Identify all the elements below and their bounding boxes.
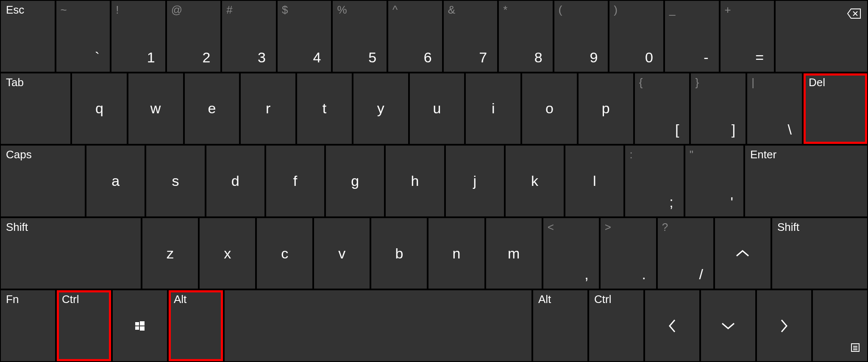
key-shift-right[interactable]: Shift xyxy=(772,218,867,289)
key-1[interactable]: ! 1 xyxy=(111,1,165,72)
key-p[interactable]: p xyxy=(579,73,633,144)
key-g[interactable]: g xyxy=(326,146,384,216)
menu-icon xyxy=(851,339,860,355)
key-tilde-shift: ~ xyxy=(61,3,67,17)
key-v[interactable]: v xyxy=(314,218,370,289)
key-e[interactable]: e xyxy=(185,73,239,144)
key-arrow-up[interactable] xyxy=(715,218,771,289)
key-3[interactable]: # 3 xyxy=(222,1,276,72)
key-ctrl-left[interactable]: Ctrl xyxy=(57,290,111,361)
on-screen-keyboard: Esc ~ ` ! 1 @ 2 # 3 $ 4 % 5 ^ 6 xyxy=(0,0,868,362)
key-s[interactable]: s xyxy=(146,146,204,216)
chevron-up-icon xyxy=(715,218,771,289)
svg-rect-3 xyxy=(140,321,145,326)
key-alt-left[interactable]: Alt xyxy=(169,290,223,361)
key-a[interactable]: a xyxy=(86,146,145,216)
key-ctrl-right[interactable]: Ctrl xyxy=(589,290,643,361)
key-n[interactable]: n xyxy=(428,218,484,289)
keyboard-row-2: Tab q w e r t y u i o p { [ } ] | \ Del xyxy=(0,73,868,145)
key-9[interactable]: ( 9 xyxy=(554,1,608,72)
key-b[interactable]: b xyxy=(371,218,427,289)
key-4[interactable]: $ 4 xyxy=(278,1,331,72)
key-caps[interactable]: Caps xyxy=(1,146,85,216)
key-2[interactable]: @ 2 xyxy=(167,1,221,72)
backspace-icon xyxy=(847,6,861,22)
key-arrow-down[interactable] xyxy=(701,290,755,361)
key-backtick[interactable]: ~ ` xyxy=(56,1,110,72)
key-5[interactable]: % 5 xyxy=(333,1,387,72)
key-d[interactable]: d xyxy=(206,146,264,216)
key-6[interactable]: ^ 6 xyxy=(388,1,442,72)
key-7[interactable]: & 7 xyxy=(444,1,498,72)
key-l[interactable]: l xyxy=(565,146,623,216)
key-backspace[interactable] xyxy=(776,1,867,72)
key-t[interactable]: t xyxy=(297,73,352,144)
key-alt-right[interactable]: Alt xyxy=(533,290,587,361)
key-windows[interactable] xyxy=(113,290,167,361)
key-z[interactable]: z xyxy=(142,218,198,289)
chevron-right-icon xyxy=(757,290,811,361)
key-tab[interactable]: Tab xyxy=(1,73,70,144)
key-x[interactable]: x xyxy=(200,218,255,289)
key-esc[interactable]: Esc xyxy=(1,1,55,72)
key-equals[interactable]: + = xyxy=(721,1,774,72)
key-enter[interactable]: Enter xyxy=(745,146,867,216)
svg-rect-4 xyxy=(135,326,139,330)
key-space[interactable] xyxy=(225,290,531,361)
key-q[interactable]: q xyxy=(72,73,127,144)
svg-rect-2 xyxy=(135,322,139,326)
key-m[interactable]: m xyxy=(486,218,542,289)
key-k[interactable]: k xyxy=(506,146,564,216)
key-j[interactable]: j xyxy=(446,146,504,216)
key-h[interactable]: h xyxy=(386,146,444,216)
key-period[interactable]: > . xyxy=(601,218,656,289)
key-y[interactable]: y xyxy=(353,73,408,144)
key-arrow-right[interactable] xyxy=(757,290,811,361)
key-c[interactable]: c xyxy=(257,218,312,289)
windows-icon xyxy=(113,290,167,361)
svg-rect-5 xyxy=(140,326,145,331)
key-shift-left[interactable]: Shift xyxy=(1,218,141,289)
keyboard-row-5: Fn Ctrl Alt Alt Ctrl xyxy=(0,289,868,362)
key-slash[interactable]: ? / xyxy=(658,218,713,289)
key-backslash[interactable]: | \ xyxy=(747,73,802,144)
key-8[interactable]: * 8 xyxy=(499,1,553,72)
key-i[interactable]: i xyxy=(466,73,520,144)
key-arrow-left[interactable] xyxy=(645,290,699,361)
key-fn[interactable]: Fn xyxy=(1,290,55,361)
key-w[interactable]: w xyxy=(128,73,183,144)
key-f[interactable]: f xyxy=(266,146,324,216)
key-0[interactable]: ) 0 xyxy=(609,1,663,72)
key-o[interactable]: o xyxy=(522,73,577,144)
key-comma[interactable]: < , xyxy=(543,218,599,289)
key-semicolon[interactable]: : ; xyxy=(625,146,683,216)
key-del[interactable]: Del xyxy=(804,73,867,144)
chevron-left-icon xyxy=(645,290,699,361)
keyboard-row-3: Caps a s d f g h j k l : ; " ' Enter xyxy=(0,145,868,217)
key-bracket-right[interactable]: } ] xyxy=(691,73,746,144)
keyboard-row-4: Shift z x c v b n m < , > . ? / Shift xyxy=(0,217,868,290)
key-menu[interactable] xyxy=(813,290,867,361)
key-u[interactable]: u xyxy=(410,73,465,144)
key-apostrophe[interactable]: " ' xyxy=(685,146,743,216)
key-bracket-left[interactable]: { [ xyxy=(635,73,690,144)
key-esc-label: Esc xyxy=(6,3,24,17)
key-r[interactable]: r xyxy=(241,73,295,144)
keyboard-row-1: Esc ~ ` ! 1 @ 2 # 3 $ 4 % 5 ^ 6 xyxy=(0,0,868,73)
key-backtick-label: ` xyxy=(95,49,100,66)
key-minus[interactable]: _ - xyxy=(665,1,719,72)
chevron-down-icon xyxy=(701,290,755,361)
